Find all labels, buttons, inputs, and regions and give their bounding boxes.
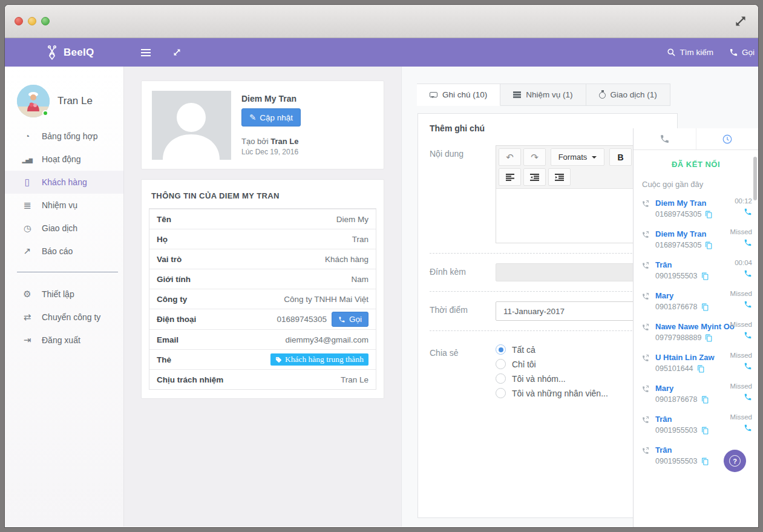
close-button[interactable]	[15, 17, 23, 25]
call-list: Diem My Tran 01689745305 00:12	[634, 192, 758, 470]
copy-icon[interactable]	[701, 272, 709, 280]
fullscreen-button[interactable]	[167, 44, 188, 62]
menu-toggle-button[interactable]	[136, 44, 156, 62]
radio-button[interactable]	[496, 388, 506, 398]
call-direction-icon	[641, 352, 655, 373]
copy-icon[interactable]	[705, 241, 713, 249]
call-list-item[interactable]: Trân 0901955503 Missed	[634, 409, 758, 439]
align-left-button[interactable]	[499, 168, 521, 186]
sidebar-item[interactable]: Nhiệm vụ	[5, 194, 123, 217]
search-button[interactable]: Tìm kiếm	[667, 48, 713, 57]
call-contact-name[interactable]: Diem My Tran	[655, 199, 707, 208]
callback-button[interactable]	[724, 393, 752, 401]
zoom-button[interactable]	[41, 17, 50, 25]
call-contact-name[interactable]: Trân	[655, 445, 672, 455]
callback-button[interactable]	[724, 300, 752, 309]
tab[interactable]: Nhiệm vụ (1)	[500, 84, 586, 106]
update-button[interactable]: ✎ Cập nhật	[241, 108, 301, 126]
tab-label: Giao dịch (1)	[611, 90, 657, 99]
indent-button[interactable]	[548, 168, 571, 186]
bold-button[interactable]: B	[609, 148, 632, 166]
call-direction-icon	[641, 444, 655, 465]
sidebar-divider	[17, 272, 118, 272]
formats-dropdown[interactable]: Formats	[551, 148, 604, 166]
call-contact-name[interactable]: U Htain Lin Zaw	[655, 353, 715, 362]
call-direction-icon	[641, 290, 655, 311]
sidebar-item[interactable]: Chuyển công ty	[5, 306, 123, 329]
call-contact-name[interactable]: Trân	[655, 260, 672, 269]
tabs-bar: Ghi chú (10) Nhiệm vụ (1) Giao dịch (1)	[417, 84, 670, 106]
tag-icon	[275, 356, 282, 363]
dialer-tab[interactable]	[634, 128, 696, 149]
callback-button[interactable]	[724, 424, 752, 432]
tab[interactable]: Ghi chú (10)	[417, 84, 500, 106]
info-row-label: Công ty	[157, 295, 187, 304]
info-row: Tên Diem My	[149, 209, 376, 229]
radio-button[interactable]	[496, 359, 506, 369]
contact-card: Diem My Tran ✎ Cập nhật Tạo bởi Tran Le …	[141, 80, 384, 169]
call-contact-name[interactable]: Diem My Tran	[655, 229, 707, 238]
call-contact-button[interactable]: Gọi	[332, 312, 368, 327]
call-list-item[interactable]: Mary 0901876678 Missed	[634, 285, 758, 316]
outdent-button[interactable]	[523, 168, 546, 186]
phone-icon	[744, 269, 752, 278]
expand-window-icon[interactable]	[733, 13, 748, 29]
callback-button[interactable]	[724, 238, 752, 247]
sidebar-item[interactable]: Khách hàng	[5, 171, 123, 194]
call-list-item[interactable]: Mary 0901876678 Missed	[634, 378, 758, 409]
screen: BeeIQ Tìm kiếm Gọi	[0, 0, 763, 532]
call-list-item[interactable]: Nawe Nawe Myint Oo 09797988889 Missed	[634, 316, 758, 347]
sidebar-item[interactable]: Giao dịch	[5, 217, 123, 240]
minimize-button[interactable]	[28, 17, 36, 25]
radio-button[interactable]	[496, 344, 506, 355]
hamburger-icon	[141, 49, 151, 50]
sidebar-item[interactable]: Thiết lập	[5, 283, 123, 306]
copy-icon[interactable]	[697, 365, 705, 373]
profile[interactable]: Tran Le	[17, 85, 93, 117]
undo-button[interactable]: ↶	[499, 148, 521, 166]
brand[interactable]: BeeIQ	[45, 45, 94, 61]
sidebar-item[interactable]: Bảng tổng hợp	[5, 125, 123, 148]
call-number: 095101644	[655, 364, 693, 373]
align-left-icon	[506, 174, 514, 181]
history-tab[interactable]	[696, 128, 759, 149]
copy-icon[interactable]	[701, 303, 709, 311]
copy-icon[interactable]	[705, 334, 713, 342]
info-row: Công ty Công ty TNHH Mai Việt	[149, 289, 376, 309]
sidebar-item[interactable]: Báo cáo	[5, 240, 123, 263]
divider	[430, 330, 666, 331]
call-list-item[interactable]: Diem My Tran 01689745305 00:12	[634, 192, 758, 223]
copy-icon[interactable]	[701, 458, 709, 465]
copy-icon[interactable]	[705, 211, 713, 218]
copy-icon[interactable]	[701, 396, 709, 404]
radio-button[interactable]	[496, 373, 506, 384]
redo-button[interactable]: ↷	[523, 148, 546, 166]
contact-name: Diem My Tran	[241, 94, 296, 103]
sidebar-item-icon	[22, 246, 33, 257]
call-button[interactable]: Gọi	[729, 48, 755, 57]
info-row: Vai trò Khách hàng	[149, 249, 376, 269]
tab[interactable]: Giao dịch (1)	[586, 84, 670, 106]
call-number: 0901876678	[655, 303, 698, 311]
call-list-item[interactable]: Diem My Tran 01689745305 Missed	[634, 223, 758, 254]
call-contact-name[interactable]: Mary	[655, 384, 673, 393]
call-contact-name[interactable]: Nawe Nawe Myint Oo	[655, 322, 735, 331]
created-by-prefix: Tạo bởi	[241, 137, 269, 146]
info-row-label: Tên	[157, 215, 171, 224]
sidebar-item[interactable]: Đăng xuất	[5, 329, 123, 352]
call-list-item[interactable]: Trân 0901955503 00:04	[634, 254, 758, 285]
callback-button[interactable]	[724, 269, 752, 278]
phone-icon	[744, 208, 752, 216]
call-contact-name[interactable]: Mary	[655, 291, 673, 300]
scrollbar-thumb[interactable]	[753, 157, 757, 200]
call-list-item[interactable]: U Htain Lin Zaw 095101644 Missed	[634, 347, 758, 378]
callback-button[interactable]	[724, 331, 752, 340]
copy-icon[interactable]	[701, 427, 709, 435]
help-button[interactable]: ?	[724, 450, 746, 472]
sidebar-item[interactable]: Hoạt động	[5, 148, 123, 171]
call-contact-name[interactable]: Trân	[655, 415, 672, 424]
callback-button[interactable]	[724, 362, 752, 370]
callback-button[interactable]	[724, 208, 752, 216]
share-option-label: Tôi và nhóm...	[512, 374, 566, 384]
info-row-label: Giới tính	[157, 275, 191, 284]
